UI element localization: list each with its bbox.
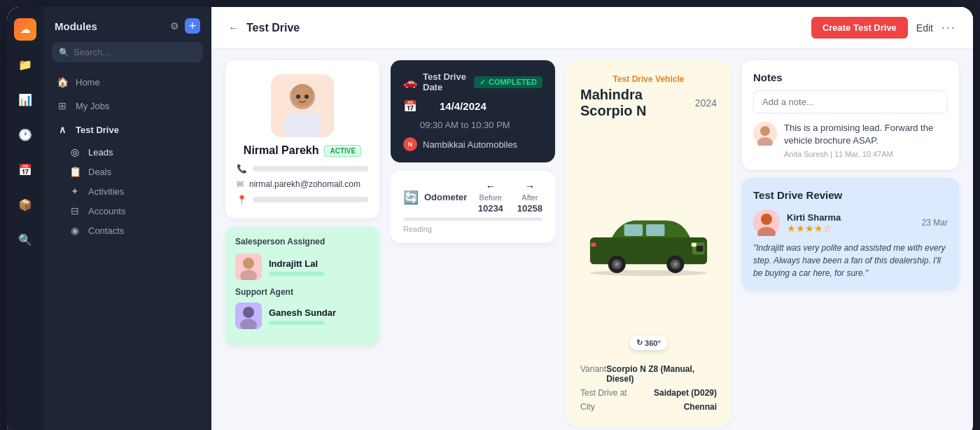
variant-row: Variant Scorpio N Z8 (Manual, Diesel)	[580, 364, 717, 384]
before-value: 10234	[478, 203, 503, 214]
city-value: Chennai	[684, 402, 717, 412]
svg-point-6	[296, 95, 300, 99]
reviewer-name: Kirti Sharma	[787, 212, 915, 223]
support-info: Ganesh Sundar	[269, 307, 370, 325]
check-icon: ✓	[479, 78, 486, 87]
svg-point-13	[243, 307, 254, 318]
vehicle-subtitle: Test Drive Vehicle	[613, 74, 685, 84]
sidebar-item-testdrive[interactable]: ∧ Test Drive	[49, 118, 206, 141]
avatar	[271, 74, 334, 137]
edit-button[interactable]: Edit	[916, 22, 933, 34]
topbar-left: ← Test Drive	[228, 22, 300, 34]
more-options-button[interactable]: ···	[941, 20, 956, 35]
after-label: After	[522, 193, 538, 202]
sidebar-subnav: ◎ Leads 📋 Deals ✦ Activities ⊟ Accounts …	[49, 142, 206, 240]
note-content: This is a promising lead. Forward the ve…	[784, 122, 948, 158]
calendar-small-icon: 📅	[403, 99, 417, 113]
calendar-icon[interactable]: 📅	[14, 158, 36, 181]
salesperson-phone	[269, 272, 325, 276]
arrow-after-icon: →	[525, 181, 535, 192]
sidebar-item-activities[interactable]: ✦ Activities	[62, 181, 206, 201]
activities-icon: ✦	[69, 186, 81, 197]
create-test-drive-button[interactable]: Create Test Drive	[811, 17, 908, 39]
sidebar-header: Modules ⚙ +	[43, 15, 211, 42]
sidebar-item-leads[interactable]: ◎ Leads	[62, 142, 206, 162]
test-drive-at-value: Saidapet (D029)	[654, 388, 717, 398]
sidebar: Modules ⚙ + 🔍 🏠 Home ⊞ My Jobs ∧ Test Dr…	[43, 7, 211, 430]
sidebar-item-myjobs[interactable]: ⊞ My Jobs	[49, 95, 206, 117]
support-phone	[269, 321, 325, 325]
accounts-icon: ⊟	[69, 205, 81, 216]
sidebar-header-icons: ⚙ +	[170, 18, 200, 34]
odometer-label: Odometer	[424, 192, 467, 202]
leads-icon: ◎	[69, 146, 81, 158]
sidebar-item-accounts[interactable]: ⊟ Accounts	[62, 201, 206, 221]
after-value: 10258	[517, 203, 542, 214]
search-input[interactable]	[74, 47, 196, 57]
contacts-icon: ◉	[69, 225, 81, 236]
completed-badge: ✓ COMPLETED	[474, 76, 542, 88]
salesperson-row: Indrajitt Lal	[235, 254, 370, 280]
sidebar-nav: 🏠 Home ⊞ My Jobs ∧ Test Drive ◎ Leads 📋 …	[43, 71, 211, 240]
back-button[interactable]: ←	[228, 22, 239, 34]
variant-label: Variant	[580, 364, 606, 384]
location-value	[253, 197, 368, 202]
vehicle-section: Test Drive Vehicle Mahindra Scorpio N 20…	[566, 60, 731, 426]
svg-point-24	[615, 263, 619, 267]
review-date: 23 Mar	[922, 218, 948, 228]
phone-icon: 📞	[237, 164, 247, 174]
notes-input[interactable]	[753, 90, 948, 113]
odometer-card: 🔄 Odometer ← Before 10234 → After	[391, 171, 555, 243]
folder-icon[interactable]: 📁	[14, 53, 36, 76]
deals-icon: 📋	[69, 166, 81, 177]
status-badge: ACTIVE	[324, 145, 361, 157]
odometer-before: ← Before 10234	[478, 181, 503, 214]
review-title: Test Drive Review	[753, 189, 948, 201]
svg-rect-17	[646, 224, 664, 236]
box-icon[interactable]: 📦	[14, 193, 36, 216]
dealer-row: N Nambikkai Automobiles	[403, 137, 542, 151]
note-author: Anita Suresh	[784, 150, 828, 158]
car-icon: 🚗	[403, 76, 417, 89]
app-logo[interactable]: ☁	[14, 18, 36, 41]
sidebar-item-deals[interactable]: 📋 Deals	[62, 162, 206, 181]
review-card: Test Drive Review Kirti Sharma ★★★★☆	[742, 178, 959, 291]
email-value: nirmal.parekh@zohomail.com	[249, 179, 360, 189]
clock-icon[interactable]: 🕐	[14, 123, 36, 146]
svg-rect-8	[286, 113, 318, 130]
svg-rect-15	[590, 237, 707, 264]
middle-section: 🚗 Test Drive Date ✓ COMPLETED 📅 14/4/202…	[391, 60, 555, 426]
search-icon: 🔍	[59, 48, 69, 57]
home-icon: 🏠	[56, 76, 69, 88]
vehicle-image	[580, 200, 717, 284]
svg-point-28	[590, 270, 707, 276]
arrow-before-icon: ←	[486, 181, 496, 192]
salesperson-name: Indrajitt Lal	[269, 258, 370, 269]
chevron-icon: ∧	[56, 124, 69, 135]
rotate-icon: ↻	[636, 338, 643, 347]
sidebar-item-home[interactable]: 🏠 Home	[49, 71, 206, 93]
svg-point-10	[243, 258, 254, 269]
svg-rect-21	[591, 243, 596, 247]
drive-time: 09:30 AM to 10:30 PM	[420, 120, 542, 130]
content-area: Nirmal Parekh ACTIVE 📞 ✉ nirmal.parekh@z…	[211, 49, 973, 430]
note-item: This is a promising lead. Forward the ve…	[753, 122, 948, 158]
search-circle-icon[interactable]: 🔍	[14, 228, 36, 251]
add-icon[interactable]: +	[185, 18, 200, 34]
review-text: "Indrajitt was very polite and assisted …	[753, 242, 948, 279]
sidebar-item-contacts[interactable]: ◉ Contacts	[62, 221, 206, 240]
support-label: Support Agent	[235, 287, 370, 297]
settings-icon[interactable]: ⚙	[170, 20, 179, 32]
variant-value: Scorpio N Z8 (Manual, Diesel)	[606, 364, 717, 384]
drive-info-card: 🚗 Test Drive Date ✓ COMPLETED 📅 14/4/202…	[391, 60, 555, 162]
badge-360[interactable]: ↻ 360°	[629, 335, 668, 350]
support-avatar	[235, 303, 262, 329]
city-row: City Chennai	[580, 402, 717, 412]
notes-card: Notes This is a promising lead. Forward …	[742, 60, 959, 169]
odometer-icon: 🔄	[403, 190, 419, 205]
salesperson-info: Indrajitt Lal	[269, 258, 370, 276]
odometer-divider	[403, 218, 542, 221]
chart-icon[interactable]: 📊	[14, 88, 36, 111]
svg-rect-16	[624, 224, 643, 236]
note-meta: Anita Suresh | 11 Mar, 10:47AM	[784, 150, 948, 158]
